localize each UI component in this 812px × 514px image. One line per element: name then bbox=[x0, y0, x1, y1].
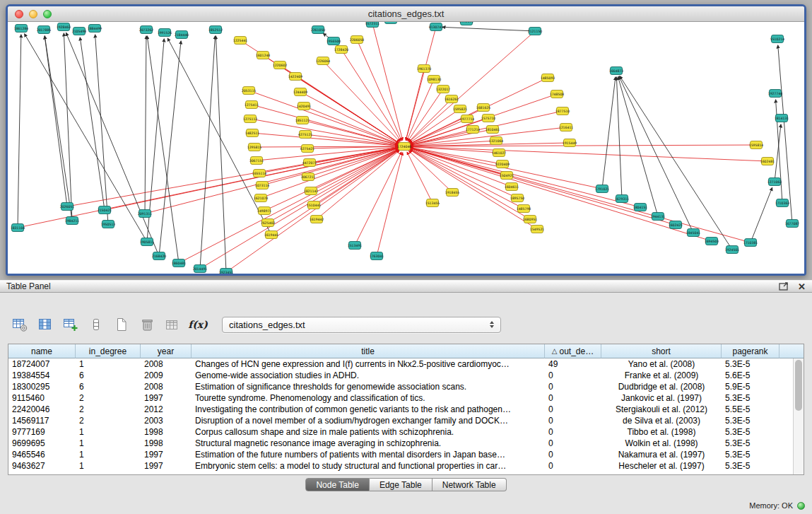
graph-node[interactable]: 1905811 bbox=[140, 238, 155, 246]
tab-network-table[interactable]: Network Table bbox=[433, 478, 507, 491]
table-selector-dropdown[interactable]: citations_edges.txt bbox=[222, 317, 501, 333]
table-mode-icon[interactable] bbox=[11, 316, 28, 333]
graph-node[interactable]: 3067211 bbox=[301, 173, 316, 181]
cell-title[interactable]: Estimation of significance thresholds fo… bbox=[192, 382, 545, 392]
column-header-out_degree[interactable]: △out_de… bbox=[545, 344, 601, 358]
cell-year[interactable]: 1997 bbox=[141, 450, 192, 460]
cell-out_degree[interactable]: 0 bbox=[545, 427, 601, 437]
graph-node[interactable]: 1860481 bbox=[172, 259, 187, 267]
graph-edge[interactable] bbox=[200, 150, 399, 269]
graph-node[interactable]: 5510214 bbox=[770, 35, 785, 43]
graph-edge[interactable] bbox=[147, 36, 179, 263]
graph-node[interactable]: 1655114 bbox=[252, 170, 267, 177]
tab-edge-table[interactable]: Edge Table bbox=[370, 478, 433, 491]
table-panel-header[interactable]: Table Panel ✕ bbox=[0, 280, 812, 293]
cell-in_degree[interactable]: 6 bbox=[76, 382, 141, 392]
cell-title[interactable]: Investigating the contribution of common… bbox=[192, 404, 545, 414]
graph-node[interactable]: 1602421 bbox=[669, 221, 683, 229]
graph-edge[interactable] bbox=[179, 149, 399, 263]
table-row[interactable]: 911546021997Tourette syndrome. Phenomeno… bbox=[8, 392, 804, 404]
graph-node[interactable]: 1322017 bbox=[436, 86, 451, 93]
cell-pagerank[interactable]: 5.3E-5 bbox=[722, 359, 779, 369]
graph-node[interactable]: 1791021 bbox=[595, 185, 610, 193]
show-columns-icon[interactable] bbox=[37, 316, 54, 333]
graph-node[interactable]: 1810461 bbox=[486, 126, 500, 134]
graph-node[interactable]: 1728420 bbox=[334, 46, 349, 54]
scrollbar-thumb[interactable] bbox=[795, 360, 802, 411]
import-table-icon[interactable] bbox=[164, 316, 181, 333]
table-row[interactable]: 1938455462009Genome-wide association stu… bbox=[8, 370, 804, 381]
column-header-year[interactable]: year bbox=[141, 344, 192, 358]
graph-node[interactable]: 5572311 bbox=[365, 22, 380, 28]
graph-edge[interactable] bbox=[67, 148, 398, 206]
network-canvas-svg[interactable]: 1861284201788519284632105498188449920732… bbox=[8, 22, 804, 274]
graph-node[interactable]: 1928463 bbox=[57, 23, 71, 31]
table-row[interactable]: 2242004622012Investigating the contribut… bbox=[8, 404, 804, 415]
graph-node[interactable]: 1677087 bbox=[785, 220, 800, 228]
graph-node[interactable]: 1771214 bbox=[466, 126, 481, 134]
graph-node[interactable]: 1924501 bbox=[725, 246, 740, 254]
cell-name[interactable]: 22420046 bbox=[8, 404, 76, 414]
cell-title[interactable]: Estimation of the future numbers of pati… bbox=[192, 450, 545, 460]
cell-short[interactable]: Jankovic et al. (1997) bbox=[601, 393, 722, 403]
graph-node[interactable]: 8130741 bbox=[429, 23, 444, 31]
graph-edge[interactable] bbox=[372, 23, 403, 140]
cell-name[interactable]: 9115460 bbox=[8, 393, 76, 403]
cell-in_degree[interactable]: 1 bbox=[76, 450, 141, 460]
graph-edge[interactable] bbox=[341, 49, 401, 141]
graph-edge[interactable] bbox=[271, 150, 399, 235]
graph-node[interactable]: 1950513 bbox=[101, 221, 116, 228]
float-panel-icon[interactable] bbox=[779, 282, 789, 291]
cell-out_degree[interactable]: 0 bbox=[545, 404, 601, 414]
cell-out_degree[interactable]: 0 bbox=[545, 382, 601, 392]
graph-node[interactable]: 1944131 bbox=[651, 213, 666, 221]
graph-edge[interactable] bbox=[442, 27, 535, 31]
graph-edge[interactable] bbox=[18, 35, 21, 228]
window-titlebar[interactable]: citations_edges.txt bbox=[8, 6, 804, 22]
graph-edge[interactable] bbox=[314, 150, 399, 205]
cell-out_degree[interactable]: 0 bbox=[545, 461, 601, 471]
graph-edge[interactable] bbox=[145, 36, 146, 214]
cell-out_degree[interactable]: 0 bbox=[545, 416, 601, 426]
graph-edge[interactable] bbox=[407, 152, 433, 203]
create-column-icon[interactable] bbox=[62, 316, 79, 333]
table-row[interactable]: 1872400712008Changes of HCN gene express… bbox=[8, 358, 804, 370]
graph-node[interactable]: 1616261 bbox=[445, 95, 459, 103]
cell-year[interactable]: 2008 bbox=[141, 382, 192, 392]
graph-node[interactable]: 1977714 bbox=[460, 115, 475, 123]
graph-node[interactable]: 1877510 bbox=[555, 107, 570, 115]
graph-node[interactable]: 1680951 bbox=[523, 216, 538, 223]
graph-node[interactable]: 4275121 bbox=[298, 131, 313, 139]
graph-node[interactable]: 1918455 bbox=[445, 189, 460, 197]
cell-pagerank[interactable]: 5.3E-5 bbox=[722, 416, 779, 426]
graph-node[interactable]: 9220409 bbox=[495, 160, 510, 168]
column-header-short[interactable]: short bbox=[601, 344, 722, 358]
graph-node[interactable]: 1804151 bbox=[633, 204, 648, 211]
graph-node[interactable]: 2091311 bbox=[138, 210, 153, 218]
table-row[interactable]: 1456911722003Disruption of a novel membe… bbox=[8, 415, 804, 426]
cell-pagerank[interactable]: 5.3E-5 bbox=[722, 393, 779, 403]
cell-title[interactable]: Corpus callosum shape and size in male p… bbox=[192, 427, 545, 437]
cell-short[interactable]: Wolkin et al. (1998) bbox=[601, 438, 722, 448]
cell-title[interactable]: Tourette syndrome. Phenomenology and cla… bbox=[192, 393, 545, 403]
graph-node[interactable]: 1621078 bbox=[254, 194, 269, 202]
graph-node[interactable]: 1710381 bbox=[743, 239, 758, 247]
column-header-in_degree[interactable]: in_degree bbox=[76, 344, 141, 358]
graph-node[interactable]: 1710363 bbox=[775, 199, 790, 207]
cell-out_degree[interactable]: 0 bbox=[545, 438, 601, 448]
cell-title[interactable]: Genome-wide association studies in ADHD. bbox=[192, 370, 545, 380]
cell-pagerank[interactable]: 5.3E-5 bbox=[722, 450, 779, 460]
graph-node[interactable]: 1927744 bbox=[768, 90, 783, 98]
graph-node[interactable]: 1482511 bbox=[245, 129, 260, 137]
graph-node[interactable]: 2168420 bbox=[152, 252, 167, 260]
graph-node[interactable]: 1851127 bbox=[295, 117, 310, 124]
graph-node[interactable]: 1513455 bbox=[425, 199, 440, 207]
graph-edge[interactable] bbox=[145, 148, 398, 214]
cell-year[interactable]: 1998 bbox=[141, 438, 192, 448]
cell-name[interactable]: 9465546 bbox=[8, 450, 76, 460]
graph-node[interactable]: 1748508 bbox=[550, 90, 565, 98]
graph-edge[interactable] bbox=[411, 148, 751, 243]
cell-year[interactable]: 2009 bbox=[141, 370, 192, 380]
graph-node[interactable]: 1575710 bbox=[481, 115, 496, 122]
cell-name[interactable]: 14569117 bbox=[8, 416, 76, 426]
